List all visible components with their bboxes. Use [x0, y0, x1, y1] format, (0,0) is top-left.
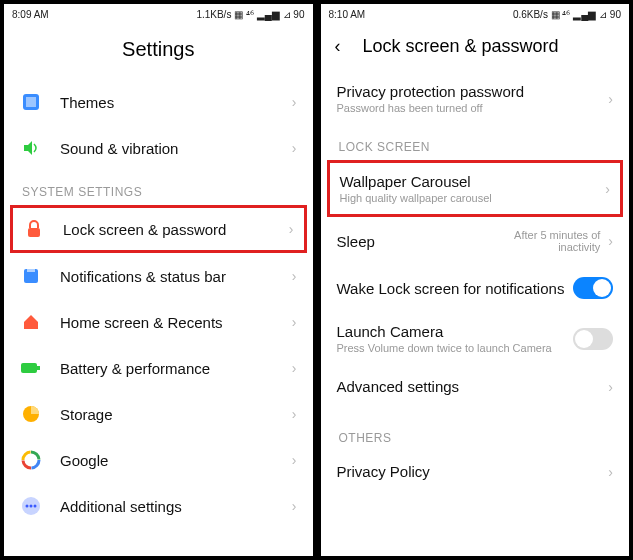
section-header: LOCK SCREEN [321, 126, 630, 160]
lock-icon [23, 218, 45, 240]
toggle-camera[interactable] [573, 328, 613, 350]
row-storage[interactable]: Storage › [4, 391, 313, 437]
status-indicators: 0.6KB/s ▦ ⁴⁶ ▂▄▆ ⊿ 90 [513, 9, 621, 20]
row-additional[interactable]: Additional settings › [4, 483, 313, 529]
row-launch-camera[interactable]: Launch Camera Press Volume down twice to… [321, 311, 630, 366]
settings-screen: 8:09 AM 1.1KB/s ▦ ⁴⁶ ▂▄▆ ⊿ 90 Settings T… [2, 2, 315, 558]
svg-point-13 [26, 505, 29, 508]
status-bar: 8:09 AM 1.1KB/s ▦ ⁴⁶ ▂▄▆ ⊿ 90 [4, 4, 313, 24]
row-sound[interactable]: Sound & vibration › [4, 125, 313, 171]
toggle-wake[interactable] [573, 277, 613, 299]
svg-point-15 [34, 505, 37, 508]
row-label: Home screen & Recents [60, 314, 292, 331]
row-lock-screen[interactable]: Lock screen & password › [10, 205, 307, 253]
back-icon[interactable]: ‹ [335, 36, 341, 57]
chevron-right-icon: › [292, 314, 297, 330]
row-privacy-policy[interactable]: Privacy Policy › [321, 451, 630, 492]
chevron-right-icon: › [292, 140, 297, 156]
more-icon [20, 495, 42, 517]
storage-icon [20, 403, 42, 425]
row-label: Launch Camera [337, 323, 574, 340]
page-title: Settings [4, 24, 313, 79]
svg-rect-1 [26, 97, 36, 107]
chevron-right-icon: › [292, 94, 297, 110]
chevron-right-icon: › [608, 91, 613, 107]
row-google[interactable]: Google › [4, 437, 313, 483]
svg-rect-4 [27, 269, 35, 272]
row-wallpaper-carousel[interactable]: Wallpaper Carousel High quality wallpape… [327, 160, 624, 217]
lock-screen-settings: 8:10 AM 0.6KB/s ▦ ⁴⁶ ▂▄▆ ⊿ 90 ‹ Lock scr… [319, 2, 632, 558]
row-label: Advanced settings [337, 378, 609, 395]
chevron-right-icon: › [608, 464, 613, 480]
row-battery[interactable]: Battery & performance › [4, 345, 313, 391]
google-icon [20, 449, 42, 471]
row-label: Privacy protection password [337, 83, 609, 100]
row-value: After 5 minutes of inactivity [490, 229, 600, 253]
chevron-right-icon: › [608, 379, 613, 395]
row-label: Additional settings [60, 498, 292, 515]
section-header: SYSTEM SETTINGS [4, 171, 313, 205]
row-subtext: Password has been turned off [337, 102, 609, 114]
row-subtext: High quality wallpaper carousel [340, 192, 606, 204]
themes-icon [20, 91, 42, 113]
row-notifications[interactable]: Notifications & status bar › [4, 253, 313, 299]
chevron-right-icon: › [292, 268, 297, 284]
section-header: OTHERS [321, 417, 630, 451]
row-advanced[interactable]: Advanced settings › [321, 366, 630, 407]
row-sleep[interactable]: Sleep After 5 minutes of inactivity › [321, 217, 630, 265]
battery-icon [20, 357, 42, 379]
row-label: Google [60, 452, 292, 469]
row-subtext: Press Volume down twice to launch Camera [337, 342, 574, 354]
chevron-right-icon: › [292, 406, 297, 422]
row-label: Sound & vibration [60, 140, 292, 157]
row-label: Wallpaper Carousel [340, 173, 606, 190]
status-time: 8:09 AM [12, 9, 49, 20]
chevron-right-icon: › [292, 360, 297, 376]
row-label: Privacy Policy [337, 463, 609, 480]
chevron-right-icon: › [292, 452, 297, 468]
row-privacy-password[interactable]: Privacy protection password Password has… [321, 71, 630, 126]
chevron-right-icon: › [289, 221, 294, 237]
row-label: Sleep [337, 233, 491, 250]
row-label: Battery & performance [60, 360, 292, 377]
status-time: 8:10 AM [329, 9, 366, 20]
chevron-right-icon: › [605, 181, 610, 197]
svg-rect-2 [28, 228, 40, 237]
row-label: Notifications & status bar [60, 268, 292, 285]
page-title: Lock screen & password [363, 36, 559, 57]
notifications-icon [20, 265, 42, 287]
row-themes[interactable]: Themes › [4, 79, 313, 125]
row-wake-notifications[interactable]: Wake Lock screen for notifications [321, 265, 630, 311]
row-home-screen[interactable]: Home screen & Recents › [4, 299, 313, 345]
row-label: Lock screen & password [63, 221, 289, 238]
svg-point-14 [30, 505, 33, 508]
status-bar: 8:10 AM 0.6KB/s ▦ ⁴⁶ ▂▄▆ ⊿ 90 [321, 4, 630, 24]
row-label: Wake Lock screen for notifications [337, 280, 574, 297]
row-label: Storage [60, 406, 292, 423]
svg-rect-6 [37, 366, 40, 370]
sound-icon [20, 137, 42, 159]
header: ‹ Lock screen & password [321, 24, 630, 71]
home-icon [20, 311, 42, 333]
chevron-right-icon: › [292, 498, 297, 514]
chevron-right-icon: › [608, 233, 613, 249]
svg-rect-5 [21, 363, 37, 373]
row-label: Themes [60, 94, 292, 111]
status-indicators: 1.1KB/s ▦ ⁴⁶ ▂▄▆ ⊿ 90 [196, 9, 304, 20]
